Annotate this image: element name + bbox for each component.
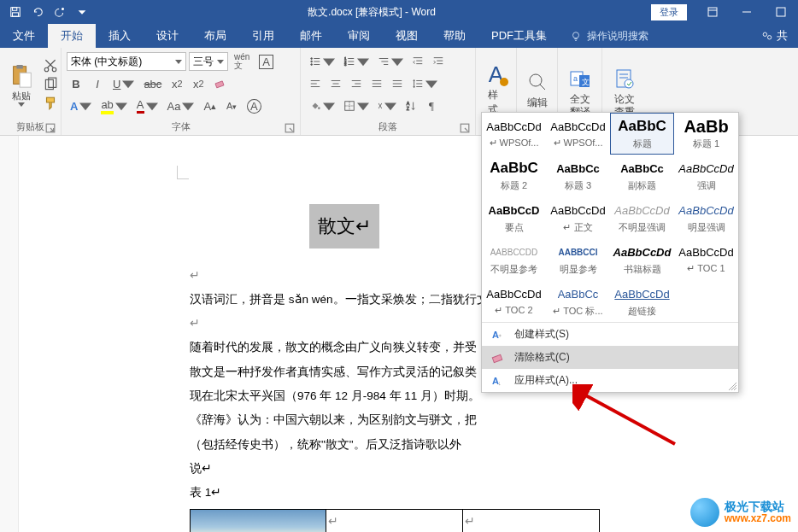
menu-apply-style[interactable]: A↓ 应用样式(A)... [482,369,738,392]
grow-font-button[interactable]: A▴ [200,96,220,115]
style-label: 明显强调 [677,221,736,234]
show-marks-button[interactable]: ¶ [422,96,441,115]
phonetic-guide-button[interactable]: wén文 [231,52,253,71]
tab-mailings[interactable]: 邮件 [287,24,335,48]
maximize-button[interactable] [764,0,798,24]
style-cell[interactable]: AaBbCcDd强调 [674,155,738,196]
tab-file[interactable]: 文件 [0,24,48,48]
style-cell[interactable]: AaBbC标题 [610,113,674,155]
paragraph[interactable]: （包括经传史书），统称"散文"。后又泛指诗歌以外 [190,435,600,455]
resize-handle[interactable] [728,382,736,390]
doc-title[interactable]: 散文↵ [309,204,379,248]
clear-format-button[interactable] [210,74,229,93]
sort-button[interactable]: AZ [402,96,420,115]
style-cell[interactable]: AaBbCcDd↵ 正文 [546,196,610,238]
borders-button[interactable] [340,96,373,115]
group-paragraph: 123 ☓ AZ ¶ [301,48,476,135]
align-right-button[interactable] [347,74,366,93]
style-cell[interactable]: AaBbCcDd↵ WPSOf... [482,113,546,155]
style-cell[interactable]: AaBbCcDd不明显强调 [610,196,674,238]
paragraph[interactable]: 《辞海》认为：中国六朝以来，为区别韵文与骈文，把 [190,410,600,430]
style-cell[interactable]: AABBCCI明显参考 [546,238,610,280]
bullets-button[interactable] [306,52,338,71]
style-cell[interactable]: AaBbCc副标题 [610,155,674,196]
bold-button[interactable]: B [67,74,85,93]
style-cell[interactable]: AaBb标题 1 [674,113,738,155]
tab-design[interactable]: 设计 [144,24,191,48]
tab-view[interactable]: 视图 [383,24,431,48]
launcher-icon[interactable] [45,123,56,133]
tab-pdf[interactable]: PDF工具集 [478,24,560,48]
font-color-button[interactable]: A [133,96,161,115]
style-cell[interactable]: AaBbCcD要点 [482,196,546,238]
shading-button[interactable] [306,96,338,115]
asian-layout-button[interactable]: ☓ [374,96,400,115]
tab-references[interactable]: 引用 [239,24,287,48]
style-cell[interactable]: AaBbCcDd↵ TOC 2 [482,280,546,322]
char-border-button[interactable]: A [255,52,277,71]
style-preview: AaBb [677,117,736,136]
qat-customize[interactable] [72,2,92,22]
launcher-icon[interactable] [285,123,295,133]
tab-help[interactable]: 帮助 [431,24,478,48]
tell-me-search[interactable]: 操作说明搜索 [560,25,659,48]
format-painter-button[interactable] [43,96,58,111]
table[interactable]: ↵ ↵ [190,509,600,532]
shrink-font-button[interactable]: A▾ [222,96,241,115]
align-left-button[interactable] [306,74,325,93]
undo-button[interactable] [27,2,48,22]
tab-insert[interactable]: 插入 [96,24,144,48]
style-cell[interactable]: AaBbCcDd↵ WPSOf... [546,113,610,155]
superscript-button[interactable]: x2 [189,74,208,93]
ribbon-display-button[interactable] [695,0,730,24]
line-spacing-button[interactable] [408,74,441,93]
style-cell[interactable]: AaBbCcDd明显强调 [674,196,738,238]
copy-button[interactable] [43,77,58,92]
style-cell[interactable]: AaBbCcDd超链接 [610,280,674,322]
share-button[interactable]: 共 [751,24,798,48]
table-cell[interactable]: ↵ [326,509,462,532]
decrease-indent-button[interactable] [408,52,427,71]
style-label: ↵ WPSOf... [484,137,543,149]
table-row[interactable]: ↵ ↵ [191,509,600,532]
menu-create-style[interactable]: A⁺ 创建样式(S) [482,323,738,346]
style-cell[interactable]: AaBbC标题 2 [482,155,546,196]
italic-button[interactable]: I [88,74,107,93]
menu-clear-format[interactable]: 清除格式(C) [482,346,738,369]
svg-rect-12 [16,65,23,69]
minimize-button[interactable] [730,0,764,24]
tab-review[interactable]: 审阅 [335,24,383,48]
style-cell[interactable]: AaBbCcDd↵ TOC 1 [674,238,738,280]
enclosed-char-button[interactable]: A [244,96,265,115]
multilevel-button[interactable] [374,52,407,71]
tab-layout[interactable]: 布局 [191,24,239,48]
text-effects-button[interactable]: A [67,96,95,115]
style-cell[interactable]: AaBbCcDd书籍标题 [610,238,674,280]
login-button[interactable]: 登录 [651,4,687,20]
strikethrough-button[interactable]: abc [140,74,165,93]
cut-button[interactable] [43,58,58,73]
subscript-button[interactable]: x2 [167,74,186,93]
numbering-button[interactable]: 123 [340,52,373,71]
save-button[interactable] [5,2,26,22]
highlight-button[interactable]: ab [97,96,130,115]
increase-indent-button[interactable] [429,52,448,71]
font-name-combo[interactable]: 宋体 (中文标题) [67,52,186,71]
redo-button[interactable] [50,2,70,22]
table-caption[interactable]: 表 1↵ [190,482,600,503]
change-case-button[interactable]: Aa [164,96,198,115]
style-cell[interactable]: AABBCCDD不明显参考 [482,238,546,280]
paragraph[interactable]: 说↵ [190,459,600,479]
font-size-combo[interactable]: 三号 [189,52,228,71]
align-justify-button[interactable] [367,74,386,93]
underline-button[interactable]: U [109,74,138,93]
style-cell[interactable]: AaBbCc↵ TOC 标... [546,280,610,322]
align-center-button[interactable] [326,74,345,93]
table-cell[interactable]: ↵ [462,509,599,532]
tab-home[interactable]: 开始 [48,24,96,48]
launcher-icon[interactable] [460,123,470,133]
style-cell[interactable]: AaBbCc标题 3 [546,155,610,196]
paste-button[interactable]: 粘贴 [9,62,34,107]
table-cell-image[interactable] [191,509,326,532]
align-distribute-button[interactable] [388,74,407,93]
